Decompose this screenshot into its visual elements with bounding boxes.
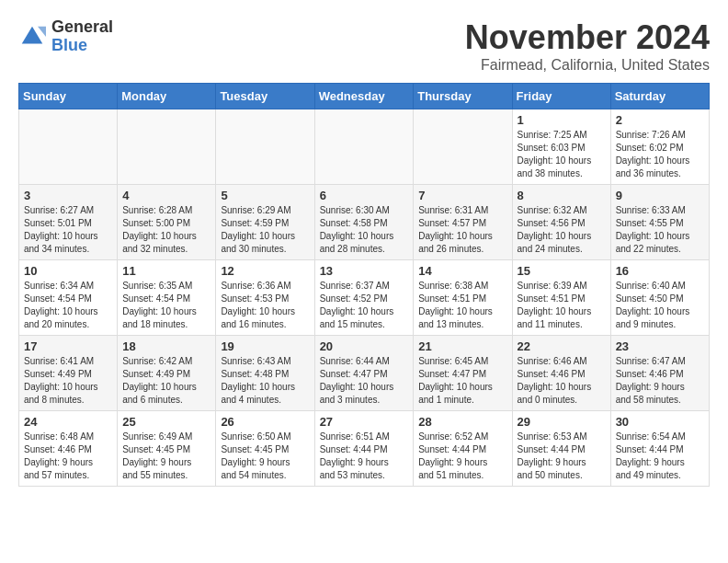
day-number: 18 [122, 339, 210, 353]
day-number: 27 [320, 415, 409, 429]
calendar-cell: 17Sunrise: 6:41 AM Sunset: 4:49 PM Dayli… [19, 336, 118, 411]
calendar-cell: 16Sunrise: 6:40 AM Sunset: 4:50 PM Dayli… [610, 260, 709, 336]
calendar-cell [216, 109, 314, 185]
day-number: 29 [518, 415, 606, 429]
day-number: 4 [122, 189, 210, 202]
day-number: 23 [616, 339, 704, 353]
calendar-cell: 10Sunrise: 6:34 AM Sunset: 4:54 PM Dayli… [19, 260, 118, 336]
weekday-header-sunday: Sunday [19, 84, 118, 109]
weekday-header-thursday: Thursday [414, 84, 512, 109]
calendar-cell: 27Sunrise: 6:51 AM Sunset: 4:44 PM Dayli… [314, 411, 414, 487]
day-info: Sunrise: 7:26 AM Sunset: 6:02 PM Dayligh… [616, 129, 704, 180]
day-info: Sunrise: 6:54 AM Sunset: 4:44 PM Dayligh… [616, 431, 704, 482]
weekday-header-saturday: Saturday [610, 84, 709, 109]
day-info: Sunrise: 6:28 AM Sunset: 5:00 PM Dayligh… [122, 204, 210, 256]
calendar-week-2: 3Sunrise: 6:27 AM Sunset: 5:01 PM Daylig… [19, 185, 710, 260]
weekday-header-wednesday: Wednesday [314, 84, 414, 109]
day-number: 25 [122, 415, 210, 429]
calendar-table: SundayMondayTuesdayWednesdayThursdayFrid… [18, 83, 710, 487]
calendar-cell: 1Sunrise: 7:25 AM Sunset: 6:03 PM Daylig… [512, 109, 610, 185]
calendar-cell: 24Sunrise: 6:48 AM Sunset: 4:46 PM Dayli… [19, 411, 118, 487]
weekday-header-friday: Friday [512, 84, 610, 109]
day-number: 24 [24, 415, 112, 429]
day-number: 10 [24, 264, 112, 278]
day-info: Sunrise: 6:47 AM Sunset: 4:46 PM Dayligh… [616, 355, 704, 407]
calendar-cell [118, 109, 216, 185]
calendar-cell: 20Sunrise: 6:44 AM Sunset: 4:47 PM Dayli… [314, 336, 414, 411]
day-info: Sunrise: 6:44 AM Sunset: 4:47 PM Dayligh… [320, 355, 409, 407]
calendar-cell: 18Sunrise: 6:42 AM Sunset: 4:49 PM Dayli… [118, 336, 216, 411]
day-number: 15 [518, 264, 606, 278]
logo-text: General Blue [51, 18, 113, 55]
day-info: Sunrise: 6:50 AM Sunset: 4:45 PM Dayligh… [221, 431, 309, 482]
logo-icon [18, 23, 46, 51]
day-info: Sunrise: 6:40 AM Sunset: 4:50 PM Dayligh… [616, 280, 704, 331]
day-number: 28 [418, 415, 506, 429]
calendar-cell: 23Sunrise: 6:47 AM Sunset: 4:46 PM Dayli… [610, 336, 709, 411]
weekday-header-tuesday: Tuesday [216, 84, 314, 109]
day-number: 22 [518, 339, 606, 353]
day-number: 13 [320, 264, 409, 278]
calendar-header-row: SundayMondayTuesdayWednesdayThursdayFrid… [19, 84, 710, 109]
calendar-body: 1Sunrise: 7:25 AM Sunset: 6:03 PM Daylig… [19, 109, 710, 487]
calendar-week-3: 10Sunrise: 6:34 AM Sunset: 4:54 PM Dayli… [19, 260, 710, 336]
calendar-cell [19, 109, 118, 185]
day-info: Sunrise: 7:25 AM Sunset: 6:03 PM Dayligh… [518, 129, 606, 180]
calendar-cell: 26Sunrise: 6:50 AM Sunset: 4:45 PM Dayli… [216, 411, 314, 487]
day-number: 9 [616, 189, 704, 202]
calendar-cell: 2Sunrise: 7:26 AM Sunset: 6:02 PM Daylig… [610, 109, 709, 185]
page-header: General Blue November 2024 Fairmead, Cal… [18, 18, 710, 74]
day-number: 2 [616, 113, 704, 127]
calendar-week-4: 17Sunrise: 6:41 AM Sunset: 4:49 PM Dayli… [19, 336, 710, 411]
day-number: 6 [320, 189, 409, 202]
day-info: Sunrise: 6:30 AM Sunset: 4:58 PM Dayligh… [320, 204, 409, 256]
month-title: November 2024 [465, 18, 710, 57]
calendar-cell: 4Sunrise: 6:28 AM Sunset: 5:00 PM Daylig… [118, 185, 216, 260]
day-info: Sunrise: 6:31 AM Sunset: 4:57 PM Dayligh… [418, 204, 506, 256]
calendar-cell [314, 109, 414, 185]
day-number: 5 [221, 189, 309, 202]
calendar-cell: 12Sunrise: 6:36 AM Sunset: 4:53 PM Dayli… [216, 260, 314, 336]
calendar-cell: 21Sunrise: 6:45 AM Sunset: 4:47 PM Dayli… [414, 336, 512, 411]
calendar-cell: 29Sunrise: 6:53 AM Sunset: 4:44 PM Dayli… [512, 411, 610, 487]
day-info: Sunrise: 6:52 AM Sunset: 4:44 PM Dayligh… [418, 431, 506, 482]
calendar-cell: 6Sunrise: 6:30 AM Sunset: 4:58 PM Daylig… [314, 185, 414, 260]
calendar-cell: 3Sunrise: 6:27 AM Sunset: 5:01 PM Daylig… [19, 185, 118, 260]
calendar-cell: 13Sunrise: 6:37 AM Sunset: 4:52 PM Dayli… [314, 260, 414, 336]
day-info: Sunrise: 6:33 AM Sunset: 4:55 PM Dayligh… [616, 204, 704, 256]
day-number: 7 [418, 189, 506, 202]
calendar-cell [414, 109, 512, 185]
weekday-header-monday: Monday [118, 84, 216, 109]
day-number: 21 [418, 339, 506, 353]
day-info: Sunrise: 6:41 AM Sunset: 4:49 PM Dayligh… [24, 355, 112, 407]
calendar-cell: 8Sunrise: 6:32 AM Sunset: 4:56 PM Daylig… [512, 185, 610, 260]
day-info: Sunrise: 6:37 AM Sunset: 4:52 PM Dayligh… [320, 280, 409, 331]
calendar-cell: 30Sunrise: 6:54 AM Sunset: 4:44 PM Dayli… [610, 411, 709, 487]
calendar-cell: 9Sunrise: 6:33 AM Sunset: 4:55 PM Daylig… [610, 185, 709, 260]
calendar-week-1: 1Sunrise: 7:25 AM Sunset: 6:03 PM Daylig… [19, 109, 710, 185]
day-number: 3 [24, 189, 112, 202]
calendar-week-5: 24Sunrise: 6:48 AM Sunset: 4:46 PM Dayli… [19, 411, 710, 487]
title-block: November 2024 Fairmead, California, Unit… [465, 18, 710, 74]
logo-general: General [51, 18, 113, 37]
day-info: Sunrise: 6:39 AM Sunset: 4:51 PM Dayligh… [518, 280, 606, 331]
day-number: 30 [616, 415, 704, 429]
calendar-cell: 19Sunrise: 6:43 AM Sunset: 4:48 PM Dayli… [216, 336, 314, 411]
day-info: Sunrise: 6:53 AM Sunset: 4:44 PM Dayligh… [518, 431, 606, 482]
day-number: 1 [518, 113, 606, 127]
day-info: Sunrise: 6:34 AM Sunset: 4:54 PM Dayligh… [24, 280, 112, 331]
day-info: Sunrise: 6:48 AM Sunset: 4:46 PM Dayligh… [24, 431, 112, 482]
svg-marker-0 [22, 27, 43, 44]
day-info: Sunrise: 6:36 AM Sunset: 4:53 PM Dayligh… [221, 280, 309, 331]
location-title: Fairmead, California, United States [465, 57, 710, 74]
day-info: Sunrise: 6:42 AM Sunset: 4:49 PM Dayligh… [122, 355, 210, 407]
day-number: 26 [221, 415, 309, 429]
day-info: Sunrise: 6:32 AM Sunset: 4:56 PM Dayligh… [518, 204, 606, 256]
calendar-cell: 22Sunrise: 6:46 AM Sunset: 4:46 PM Dayli… [512, 336, 610, 411]
day-info: Sunrise: 6:38 AM Sunset: 4:51 PM Dayligh… [418, 280, 506, 331]
day-number: 14 [418, 264, 506, 278]
calendar-cell: 5Sunrise: 6:29 AM Sunset: 4:59 PM Daylig… [216, 185, 314, 260]
day-number: 16 [616, 264, 704, 278]
day-number: 8 [518, 189, 606, 202]
logo-blue: Blue [51, 37, 113, 55]
